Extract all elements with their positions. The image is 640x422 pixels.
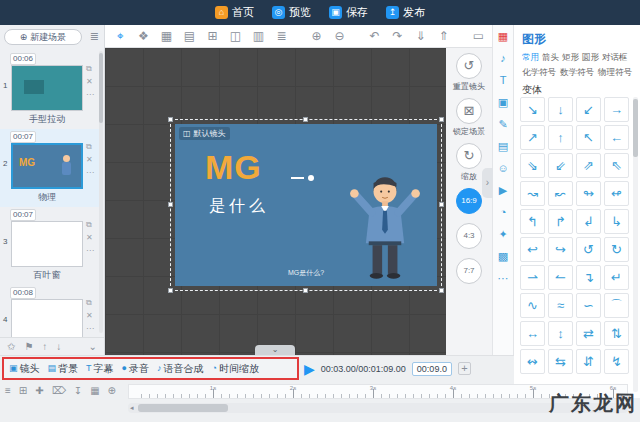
shape-item[interactable]: ⇙ bbox=[548, 153, 573, 178]
more-icon[interactable]: ⋯ bbox=[86, 169, 94, 177]
shape-item[interactable]: ↫ bbox=[604, 181, 629, 206]
shape-item[interactable]: ↲ bbox=[576, 209, 601, 234]
shape-item[interactable]: ↔ bbox=[520, 321, 545, 346]
shape-item[interactable]: ⇘ bbox=[520, 153, 545, 178]
shapes-category-tab[interactable]: 数学符号 bbox=[560, 67, 594, 79]
frame-icon[interactable]: ▭ bbox=[471, 30, 486, 42]
expand-panel-button[interactable]: › bbox=[482, 168, 493, 198]
time-zoom-button[interactable]: ◔时间缩放 bbox=[211, 362, 258, 376]
lock-scene-button[interactable]: ⊠ bbox=[456, 98, 482, 124]
shape-item[interactable]: ∿ bbox=[520, 293, 545, 318]
shape-item[interactable]: ⇄ bbox=[576, 321, 601, 346]
resize-handle[interactable] bbox=[439, 202, 444, 207]
speech-synthesis-button[interactable]: ♪语音合成 bbox=[157, 362, 204, 376]
reset-camera-button[interactable]: ↺ bbox=[456, 53, 482, 79]
shapes-category-tab[interactable]: 矩形 bbox=[562, 52, 579, 64]
shape-item[interactable]: ↓ bbox=[548, 97, 573, 122]
character-icon[interactable]: ☺ bbox=[497, 163, 508, 174]
add-track-icon[interactable]: ⊞ bbox=[19, 386, 27, 396]
shape-item[interactable]: ⌒ bbox=[604, 293, 629, 318]
scene-item[interactable]: 00:073⧉✕⋯百叶窗 bbox=[0, 207, 99, 285]
camera-button[interactable]: ▣镜头 bbox=[9, 362, 40, 376]
shape-item[interactable]: ⇀ bbox=[520, 265, 545, 290]
shape-item[interactable]: ↗ bbox=[520, 125, 545, 150]
scrollbar-thumb[interactable] bbox=[633, 99, 638, 157]
record-button[interactable]: ●录音 bbox=[122, 362, 149, 376]
scrollbar-thumb[interactable] bbox=[138, 404, 228, 412]
shape-item[interactable]: ↺ bbox=[576, 237, 601, 262]
scroll-left-icon[interactable]: ◂ bbox=[130, 403, 134, 413]
shape-item[interactable]: ↭ bbox=[520, 349, 545, 374]
shapes-category-tab[interactable]: 化学符号 bbox=[522, 67, 556, 79]
scene-list-menu-icon[interactable]: ≣ bbox=[90, 30, 99, 43]
play-button[interactable]: ▶ bbox=[304, 362, 315, 376]
zoom-rotate-button[interactable]: ↻ bbox=[456, 143, 482, 169]
rows-view-icon[interactable]: ▥ bbox=[251, 30, 266, 42]
resize-handle[interactable] bbox=[168, 202, 173, 207]
pencil-icon[interactable]: ✎ bbox=[498, 119, 507, 130]
scene-item[interactable]: 00:061⧉✕⋯手型拉动 bbox=[0, 51, 99, 129]
zoom-fit-icon[interactable]: ⊕ bbox=[108, 386, 116, 396]
shape-item[interactable]: ⇗ bbox=[576, 153, 601, 178]
shape-item[interactable]: ⇅ bbox=[604, 321, 629, 346]
shape-item[interactable]: ≈ bbox=[548, 293, 573, 318]
home-button[interactable]: ⌂首页 bbox=[215, 5, 254, 20]
scroll-down-icon[interactable]: ⌄ bbox=[89, 342, 97, 352]
shapes-category-tab[interactable]: 箭头 bbox=[542, 52, 559, 64]
scrollbar-thumb[interactable] bbox=[99, 53, 103, 123]
more-icon[interactable]: ⋯ bbox=[86, 91, 94, 99]
grid-view-icon[interactable]: ▦ bbox=[159, 30, 174, 42]
list-view-icon[interactable]: ≣ bbox=[274, 30, 289, 42]
aspect-ratio-button[interactable]: 7:7 bbox=[456, 258, 482, 284]
shape-item[interactable]: ↻ bbox=[604, 237, 629, 262]
import-icon[interactable]: ⇓ bbox=[413, 30, 428, 42]
pan-tool-icon[interactable]: ❖ bbox=[136, 30, 151, 42]
flag-icon[interactable]: ⚑ bbox=[24, 342, 33, 352]
timeline-collapse-button[interactable]: ⌄ bbox=[255, 345, 295, 355]
copy-icon[interactable]: ⧉ bbox=[86, 143, 94, 151]
delete-icon[interactable]: ⌦ bbox=[52, 386, 66, 396]
image-icon[interactable]: ▤ bbox=[498, 141, 508, 152]
subtitle-button[interactable]: T字幕 bbox=[86, 362, 114, 376]
shape-item[interactable]: ↜ bbox=[548, 181, 573, 206]
resize-handle[interactable] bbox=[168, 288, 173, 293]
scene-thumbnail[interactable]: MG bbox=[11, 143, 83, 189]
background-icon[interactable]: ▩ bbox=[498, 251, 508, 262]
chart-icon[interactable]: ◔ bbox=[500, 207, 507, 218]
music-icon[interactable]: ♪ bbox=[500, 53, 506, 64]
resize-handle[interactable] bbox=[303, 288, 308, 293]
more-icon[interactable]: ⋯ bbox=[86, 325, 94, 333]
shape-item[interactable]: ↼ bbox=[548, 265, 573, 290]
delete-icon[interactable]: ✕ bbox=[86, 156, 94, 164]
shape-item[interactable]: ↯ bbox=[604, 349, 629, 374]
move-down-icon[interactable]: ↓ bbox=[56, 342, 61, 352]
zoom-in-icon[interactable]: ⊕ bbox=[309, 30, 324, 42]
resize-handle[interactable] bbox=[439, 117, 444, 122]
shape-item[interactable]: ↑ bbox=[548, 125, 573, 150]
aspect-ratio-button[interactable]: 16:9 bbox=[456, 188, 482, 214]
move-up-icon[interactable]: ↑ bbox=[42, 342, 47, 352]
shape-item[interactable]: ↬ bbox=[576, 181, 601, 206]
shape-item[interactable]: ↱ bbox=[548, 209, 573, 234]
redo-icon[interactable]: ↷ bbox=[390, 30, 405, 42]
shape-item[interactable]: ↴ bbox=[576, 265, 601, 290]
scene-thumbnail[interactable] bbox=[11, 221, 83, 267]
background-button[interactable]: ▤背景 bbox=[48, 362, 79, 376]
split-view-icon[interactable]: ◫ bbox=[228, 30, 243, 42]
shape-item[interactable]: ∽ bbox=[576, 293, 601, 318]
shape-item[interactable]: ↕ bbox=[548, 321, 573, 346]
scene-thumbnail[interactable] bbox=[11, 65, 83, 111]
more-icon[interactable]: ⋯ bbox=[498, 273, 509, 284]
resize-handle[interactable] bbox=[303, 117, 308, 122]
copy-icon[interactable]: ⧉ bbox=[86, 65, 94, 73]
canvas[interactable]: ◫ 默认镜头 MG 是什么 MG是什么? bbox=[105, 48, 446, 355]
layout-view-icon[interactable]: ▤ bbox=[182, 30, 197, 42]
shapes-scrollbar[interactable] bbox=[633, 97, 638, 392]
shape-item[interactable]: ↰ bbox=[520, 209, 545, 234]
favorite-icon[interactable]: ✩ bbox=[7, 342, 15, 352]
shape-item[interactable]: ↙ bbox=[576, 97, 601, 122]
resize-handle[interactable] bbox=[439, 288, 444, 293]
shape-item[interactable]: ↩ bbox=[520, 237, 545, 262]
scene-thumbnail[interactable] bbox=[11, 299, 83, 337]
shape-item[interactable]: → bbox=[604, 97, 629, 122]
